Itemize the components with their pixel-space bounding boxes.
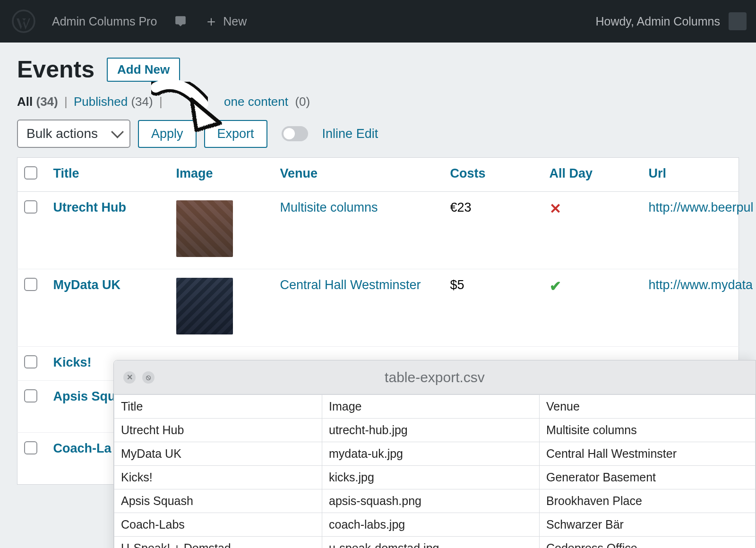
col-costs[interactable]: Costs: [444, 158, 543, 192]
filter-published[interactable]: Published (34): [74, 94, 156, 109]
bulk-actions-label: Bulk actions: [26, 126, 98, 141]
export-button[interactable]: Export: [204, 120, 267, 148]
row-title-link[interactable]: Utrecht Hub: [53, 200, 127, 214]
site-title-link[interactable]: Admin Columns Pro: [52, 15, 157, 28]
csv-row: Kicks!kicks.jpgGenerator Basement: [114, 466, 756, 489]
inline-edit-label: Inline Edit: [322, 127, 378, 141]
add-new-button[interactable]: Add New: [107, 58, 180, 82]
row-image-thumb[interactable]: [176, 278, 233, 334]
howdy-greeting: Howdy,: [595, 15, 634, 28]
filter-all[interactable]: All (34): [17, 94, 61, 109]
wordpress-logo-icon[interactable]: [9, 7, 38, 35]
csv-row: Coach-Labscoach-labs.jpgSchwarzer Bär: [114, 513, 756, 537]
svg-point-0: [13, 10, 34, 32]
row-costs: $5: [444, 269, 543, 347]
row-checkbox[interactable]: [24, 355, 37, 368]
row-checkbox[interactable]: [24, 441, 37, 454]
csv-header: Title: [114, 395, 322, 419]
page-title: Events: [17, 56, 94, 83]
comments-icon[interactable]: [174, 15, 187, 27]
row-image-thumb[interactable]: [176, 200, 233, 257]
csv-row: Apsis Squashapsis-squash.pngBrookhaven P…: [114, 489, 756, 513]
plus-icon: ＋: [204, 12, 218, 31]
csv-header: Venue: [540, 395, 756, 419]
howdy-account[interactable]: Howdy, Admin Columns: [595, 15, 720, 28]
row-title-link[interactable]: Apsis Squ: [53, 389, 116, 403]
avatar[interactable]: [729, 12, 747, 30]
csv-window-titlebar[interactable]: ✕ ⦸ table-export.csv: [114, 360, 756, 394]
row-venue[interactable]: Multisite columns: [274, 192, 444, 269]
col-allday[interactable]: All Day: [543, 158, 642, 192]
inline-edit-toggle[interactable]: [282, 126, 308, 141]
csv-row: U-Speak! + Domstadu-speak-domstad.jpgCod…: [114, 537, 756, 548]
bulk-actions-select[interactable]: Bulk actions: [17, 120, 130, 148]
row-checkbox[interactable]: [24, 278, 37, 291]
new-label: New: [223, 15, 247, 28]
row-title-link[interactable]: Kicks!: [53, 355, 92, 369]
csv-preview-window: ✕ ⦸ table-export.csv Title Image Venue U…: [113, 360, 756, 548]
csv-filename: table-export.csv: [114, 369, 756, 385]
row-url[interactable]: http://www.mydata: [642, 269, 739, 347]
apply-button[interactable]: Apply: [138, 120, 197, 148]
col-image[interactable]: Image: [170, 158, 274, 192]
new-content-link[interactable]: ＋ New: [204, 12, 247, 31]
row-title-link[interactable]: MyData UK: [53, 278, 121, 292]
table-row: MyData UK Central Hall Westminster $5 ✔ …: [17, 269, 739, 347]
csv-row: Utrecht Hubutrecht-hub.jpgMultisite colu…: [114, 419, 756, 442]
row-url[interactable]: http://www.beerpul: [642, 192, 739, 269]
row-checkbox[interactable]: [24, 389, 37, 402]
col-url[interactable]: Url: [642, 158, 739, 192]
col-venue[interactable]: Venue: [274, 158, 444, 192]
site-title-text: Admin Columns Pro: [52, 15, 157, 28]
status-filters: All (34) | Published (34) | one content …: [17, 94, 739, 109]
wp-admin-bar: Admin Columns Pro ＋ New Howdy, Admin Col…: [0, 0, 756, 43]
x-icon: ✕: [550, 201, 561, 216]
row-checkbox[interactable]: [24, 200, 37, 214]
table-row: Utrecht Hub Multisite columns €23 ✕ http…: [17, 192, 739, 269]
row-venue[interactable]: Central Hall Westminster: [274, 269, 444, 347]
csv-row: MyData UKmydata-uk.jpgCentral Hall Westm…: [114, 442, 756, 466]
select-all-checkbox[interactable]: [24, 166, 37, 180]
csv-header: Image: [322, 395, 540, 419]
row-costs: €23: [444, 192, 543, 269]
row-title-link[interactable]: Coach-La: [53, 441, 112, 455]
col-title[interactable]: Title: [47, 158, 170, 192]
csv-table: Title Image Venue Utrecht Hubutrecht-hub…: [114, 394, 756, 548]
filter-cornerstone[interactable]: one content (0): [224, 94, 310, 109]
check-icon: ✔: [550, 278, 561, 294]
howdy-username: Admin Columns: [637, 15, 720, 28]
